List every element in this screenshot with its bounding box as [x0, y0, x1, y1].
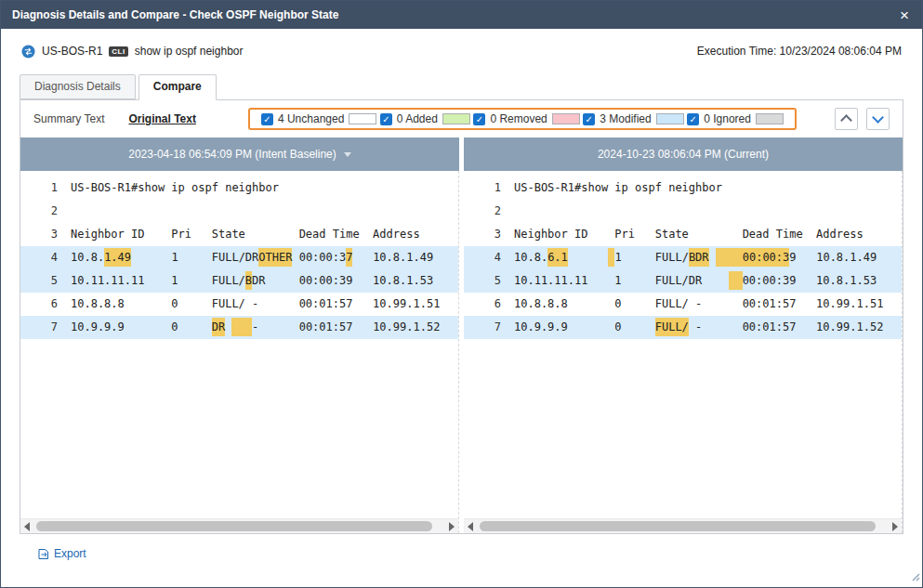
baseline-dropdown-chevron-icon[interactable]: [344, 152, 351, 157]
diff-highlight: B: [245, 271, 252, 290]
diff-filter-added[interactable]: ✓0 Added: [380, 112, 470, 125]
horizontal-scrollbar[interactable]: [20, 518, 458, 533]
line-number: 5: [20, 269, 71, 293]
device-row: US-BOS-R1 CLI show ip ospf neighbor Exec…: [21, 39, 902, 63]
diff-filter-ignored[interactable]: ✓0 Ignored: [687, 112, 784, 125]
checkbox-checked-icon[interactable]: ✓: [380, 113, 392, 125]
compare-panels: 1US-BOS-R1#show ip ospf neighbor23Neighb…: [20, 171, 903, 533]
dialog-footer: Export: [38, 547, 922, 563]
device-icon: [21, 45, 35, 59]
code-line: 3Neighbor ID Pri State Dead Time Address: [20, 223, 458, 246]
line-number: 5: [464, 269, 514, 293]
line-number: 2: [20, 200, 71, 223]
diff-highlight: [729, 271, 742, 290]
code-line: 610.8.8.8 0 FULL/ - 00:01:57 10.99.1.51: [20, 293, 458, 316]
code-line: 2: [464, 200, 902, 223]
tab-bar: Diagnosis Details Compare: [20, 74, 903, 99]
diff-panel-right: 1US-BOS-R1#show ip ospf neighbor23Neighb…: [464, 171, 903, 533]
current-header: 2024-10-23 08:06:04 PM (Current): [464, 137, 903, 171]
scroll-left-arrow-icon[interactable]: [24, 522, 30, 531]
compare-pane: Summary Text Original Text ✓4 Unchanged✓…: [20, 99, 903, 534]
color-swatch: [552, 113, 580, 124]
diff-filter-modified[interactable]: ✓3 Modified: [583, 112, 683, 125]
prev-diff-button[interactable]: [835, 108, 858, 130]
code-line: 410.8.6.1 1 FULL/BDR 00:00:39 10.8.1.49: [464, 246, 902, 269]
line-number: 1: [464, 176, 514, 200]
tab-compare[interactable]: Compare: [138, 74, 217, 100]
filter-label: 4 Unchanged: [278, 112, 344, 125]
dialog-diagnosis-compare: Diagnosis Details and Compare - Check OS…: [0, 0, 923, 588]
compare-toolbar: Summary Text Original Text ✓4 Unchanged✓…: [20, 100, 903, 137]
diff-filter-unchanged[interactable]: ✓4 Unchanged: [261, 112, 376, 125]
diff-panel-left: 1US-BOS-R1#show ip ospf neighbor23Neighb…: [20, 171, 459, 533]
device-name: US-BOS-R1: [42, 45, 102, 58]
diff-highlight: FULL/: [655, 318, 689, 336]
scroll-left-arrow-icon[interactable]: [468, 522, 473, 531]
summary-text-toggle[interactable]: Summary Text: [33, 112, 104, 125]
code-line: 410.8.1.49 1 FULL/DROTHER 00:00:37 10.8.…: [20, 246, 458, 269]
line-number: 7: [464, 316, 514, 339]
export-icon: [38, 548, 49, 560]
line-number: 2: [464, 200, 514, 223]
baseline-header[interactable]: 2023-04-18 06:54:09 PM (Intent Baseline): [20, 137, 459, 171]
diff-filter-group: ✓4 Unchanged✓0 Added✓0 Removed✓3 Modifie…: [248, 108, 797, 130]
checkbox-checked-icon[interactable]: ✓: [261, 113, 273, 125]
diff-highlight: [231, 318, 252, 336]
line-number: 7: [20, 316, 71, 339]
current-code: 1US-BOS-R1#show ip ospf neighbor23Neighb…: [464, 176, 902, 339]
code-line: 510.11.11.11 1 FULL/DR 00:00:39 10.8.1.5…: [464, 269, 902, 293]
dialog-titlebar: Diagnosis Details and Compare - Check OS…: [1, 1, 922, 29]
checkbox-checked-icon[interactable]: ✓: [687, 113, 699, 125]
scroll-right-arrow-icon[interactable]: [892, 522, 898, 531]
code-line: 710.9.9.9 0 FULL/ - 00:01:57 10.99.1.52: [464, 316, 902, 339]
line-number: 4: [20, 246, 71, 269]
scrollbar-thumb[interactable]: [480, 521, 876, 531]
line-number: 6: [464, 293, 514, 316]
filter-label: 3 Modified: [600, 112, 651, 125]
code-line: 710.9.9.9 0 DR - 00:01:57 10.99.1.52: [20, 316, 458, 339]
execution-time: Execution Time: 10/23/2024 08:06:04 PM: [697, 45, 902, 58]
compare-column-headers: 2023-04-18 06:54:09 PM (Intent Baseline)…: [20, 137, 903, 171]
cli-badge: CLI: [109, 46, 127, 57]
dialog-title: Diagnosis Details and Compare - Check OS…: [12, 8, 898, 21]
diff-highlight: 00:00:3: [716, 248, 789, 267]
export-button[interactable]: Export: [38, 547, 86, 560]
baseline-code: 1US-BOS-R1#show ip ospf neighbor23Neighb…: [20, 176, 458, 339]
line-number: 3: [20, 223, 71, 246]
line-number: 3: [464, 223, 514, 246]
color-swatch: [349, 113, 376, 124]
code-line: 1US-BOS-R1#show ip ospf neighbor: [20, 176, 458, 200]
original-text-toggle[interactable]: Original Text: [128, 112, 195, 125]
export-label: Export: [54, 547, 86, 560]
next-diff-button[interactable]: [866, 108, 890, 130]
color-swatch: [756, 113, 784, 124]
code-line: 2: [20, 200, 458, 223]
color-swatch: [656, 113, 684, 124]
close-icon[interactable]: ×: [898, 7, 911, 23]
horizontal-scrollbar[interactable]: [464, 518, 902, 533]
tab-diagnosis-details[interactable]: Diagnosis Details: [20, 74, 136, 99]
chevron-down-icon: [872, 111, 884, 124]
scrollbar-thumb[interactable]: [36, 521, 432, 531]
filter-label: 0 Removed: [490, 112, 547, 125]
color-swatch: [442, 113, 470, 124]
diff-filter-removed[interactable]: ✓0 Removed: [473, 112, 579, 125]
line-number: 6: [20, 293, 71, 316]
checkbox-checked-icon[interactable]: ✓: [473, 113, 485, 125]
baseline-header-label: 2023-04-18 06:54:09 PM (Intent Baseline): [128, 148, 336, 161]
code-line: 510.11.11.11 1 FULL/BDR 00:00:39 10.8.1.…: [20, 269, 458, 293]
code-line: 610.8.8.8 0 FULL/ - 00:01:57 10.99.1.51: [464, 293, 902, 316]
diff-highlight: OTHER: [258, 248, 292, 267]
diff-highlight: 1.49: [104, 248, 131, 267]
code-line: 1US-BOS-R1#show ip ospf neighbor: [464, 176, 902, 200]
device-command: show ip ospf neighbor: [135, 45, 244, 58]
scroll-right-arrow-icon[interactable]: [449, 522, 455, 531]
filter-label: 0 Ignored: [704, 112, 751, 125]
checkbox-checked-icon[interactable]: ✓: [583, 113, 595, 125]
line-number: 1: [20, 176, 71, 200]
diff-highlight: DR: [212, 318, 225, 336]
chevron-up-icon: [840, 114, 852, 126]
filter-label: 0 Added: [397, 112, 438, 125]
diff-nav-buttons: [835, 108, 890, 130]
resize-handle[interactable]: [910, 568, 920, 585]
